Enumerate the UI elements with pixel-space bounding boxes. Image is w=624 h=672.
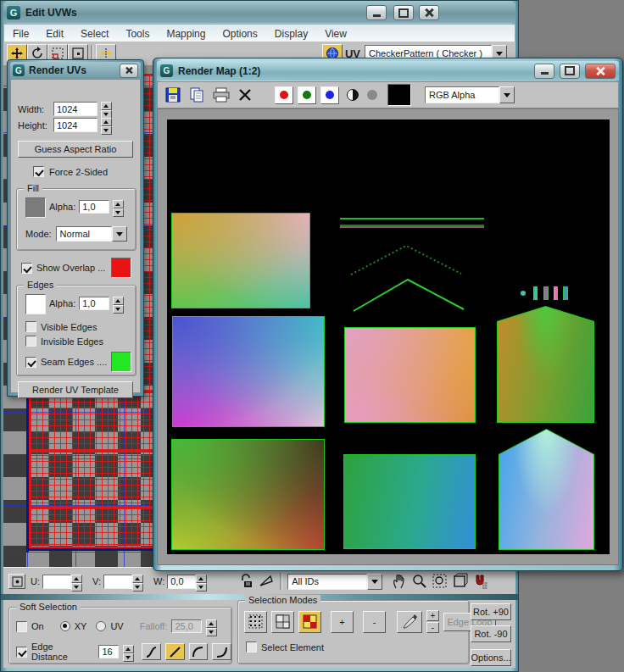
w-spinner[interactable] <box>196 575 207 589</box>
overlap-color-swatch[interactable] <box>111 258 131 278</box>
paint-shrink-button[interactable]: - <box>426 622 439 633</box>
show-overlap-checkbox[interactable] <box>21 263 32 274</box>
mode-label: Mode: <box>25 229 52 239</box>
soft-selection-on-checkbox[interactable] <box>16 621 27 632</box>
edge-distance-checkbox[interactable] <box>16 647 27 658</box>
fill-alpha-spinner[interactable] <box>113 200 124 214</box>
mono-channel-button[interactable] <box>347 89 359 101</box>
seam-edges-checkbox[interactable] <box>25 357 36 368</box>
green-channel-button[interactable] <box>298 86 316 104</box>
minimize-button[interactable] <box>366 5 387 20</box>
render-uvs-titlebar[interactable]: G Render UVs <box>10 62 141 79</box>
menu-file[interactable]: File <box>4 28 37 40</box>
rotate-icon <box>31 47 44 60</box>
grow-selection-button[interactable]: + <box>331 611 354 633</box>
render-map-minimize-button[interactable] <box>534 64 554 79</box>
u-input[interactable] <box>42 575 71 589</box>
menu-options[interactable]: Options <box>214 28 265 40</box>
delete-icon[interactable] <box>237 87 253 103</box>
render-map-titlebar[interactable]: G Render Map (1:2) <box>157 61 619 81</box>
guess-aspect-ratio-button[interactable]: Guess Aspect Ratio <box>18 141 133 158</box>
lock-selection-icon[interactable] <box>239 574 253 589</box>
width-spinner[interactable] <box>101 102 112 116</box>
menu-view[interactable]: View <box>316 28 355 40</box>
edge-color-swatch[interactable] <box>25 294 46 314</box>
save-icon[interactable] <box>164 86 181 103</box>
close-button[interactable] <box>419 5 439 20</box>
xy-radio[interactable] <box>60 621 70 631</box>
snap-toggle-icon[interactable] <box>472 573 489 590</box>
menu-mapping[interactable]: Mapping <box>158 28 214 40</box>
v-input[interactable] <box>103 575 132 589</box>
shrink-selection-button[interactable]: - <box>363 611 386 633</box>
pan-icon[interactable] <box>391 573 408 590</box>
vertex-mode-icon <box>248 614 264 630</box>
uv-radio[interactable] <box>96 621 106 631</box>
menu-tools[interactable]: Tools <box>117 28 158 40</box>
render-uvs-close-button[interactable] <box>120 64 138 78</box>
edge-distance-spinner[interactable] <box>123 645 134 658</box>
zoom-extents-icon[interactable] <box>452 573 469 590</box>
falloff-input[interactable]: 25,0 <box>171 619 202 633</box>
id-filter-dropdown[interactable]: All IDs <box>287 574 382 590</box>
render-map-close-button[interactable] <box>585 64 616 79</box>
minimize-icon <box>541 72 549 75</box>
seam-color-swatch[interactable] <box>111 352 131 372</box>
background-color-swatch[interactable] <box>387 84 411 106</box>
menu-edit[interactable]: Edit <box>37 28 72 40</box>
edge-mode-button[interactable] <box>271 611 294 633</box>
edit-uvws-titlebar[interactable]: G Edit UVWs <box>3 3 515 23</box>
zoom-icon[interactable] <box>411 573 428 590</box>
falloff-fast-button[interactable] <box>189 643 209 660</box>
falloff-smooth-button[interactable] <box>142 643 161 660</box>
u-spinner[interactable] <box>71 575 82 589</box>
absolute-mode-button[interactable] <box>8 574 25 589</box>
paint-grow-button[interactable]: + <box>426 610 439 621</box>
edges-alpha-spinner[interactable] <box>113 297 124 310</box>
channel-dropdown[interactable]: RGB Alpha <box>425 86 515 103</box>
face-mode-button[interactable] <box>298 611 321 633</box>
blue-channel-button[interactable] <box>320 86 339 104</box>
fill-alpha-input[interactable]: 1,0 <box>79 200 109 214</box>
falloff-linear-button[interactable] <box>165 643 185 660</box>
options-button[interactable]: Options... <box>471 649 511 666</box>
alpha-channel-button[interactable] <box>367 90 377 100</box>
edges-alpha-input[interactable]: 1,0 <box>79 297 109 310</box>
zoom-region-icon[interactable] <box>432 573 448 590</box>
filter-faces-icon[interactable] <box>258 574 275 589</box>
force-two-sided-checkbox[interactable] <box>33 166 44 177</box>
w-input[interactable]: 0,0 <box>167 575 196 589</box>
render-uv-template-button[interactable]: Render UV Template <box>18 381 133 398</box>
vertex-mode-button[interactable] <box>244 611 267 633</box>
height-input[interactable]: 1024 <box>53 118 98 132</box>
fill-color-swatch[interactable] <box>25 197 46 218</box>
green-channel-icon <box>303 91 311 99</box>
dropdown-arrow-icon[interactable] <box>499 86 515 103</box>
rotate-plus90-button[interactable]: Rot. +90 <box>471 603 511 620</box>
invisible-edges-checkbox[interactable] <box>25 336 36 347</box>
edge-distance-input[interactable]: 16 <box>98 645 119 658</box>
maximize-button[interactable] <box>393 5 414 20</box>
v-spinner[interactable] <box>132 575 143 589</box>
dropdown-arrow-icon[interactable] <box>367 574 382 590</box>
menu-select[interactable]: Select <box>72 28 117 40</box>
dropdown-arrow-icon[interactable] <box>112 226 127 242</box>
rotate-minus90-button[interactable]: Rot. -90 <box>471 625 511 642</box>
height-spinner[interactable] <box>101 118 112 132</box>
width-input[interactable]: 1024 <box>53 102 98 116</box>
red-channel-button[interactable] <box>275 86 293 104</box>
print-icon[interactable] <box>212 86 231 103</box>
paint-select-button[interactable] <box>397 611 422 633</box>
fill-mode-dropdown[interactable]: Normal <box>56 226 127 242</box>
select-element-checkbox[interactable] <box>246 641 257 653</box>
falloff-slow-button[interactable] <box>212 643 231 660</box>
edge-mode-icon <box>275 614 291 630</box>
fill-alpha-label: Alpha: <box>49 202 75 212</box>
visible-edges-checkbox[interactable] <box>25 321 36 332</box>
copy-icon[interactable] <box>188 86 205 103</box>
fill-group-title: Fill <box>24 183 42 193</box>
render-map-canvas[interactable] <box>167 119 610 554</box>
falloff-spinner[interactable] <box>206 619 217 633</box>
menu-display[interactable]: Display <box>266 28 316 40</box>
render-map-maximize-button[interactable] <box>560 64 580 79</box>
